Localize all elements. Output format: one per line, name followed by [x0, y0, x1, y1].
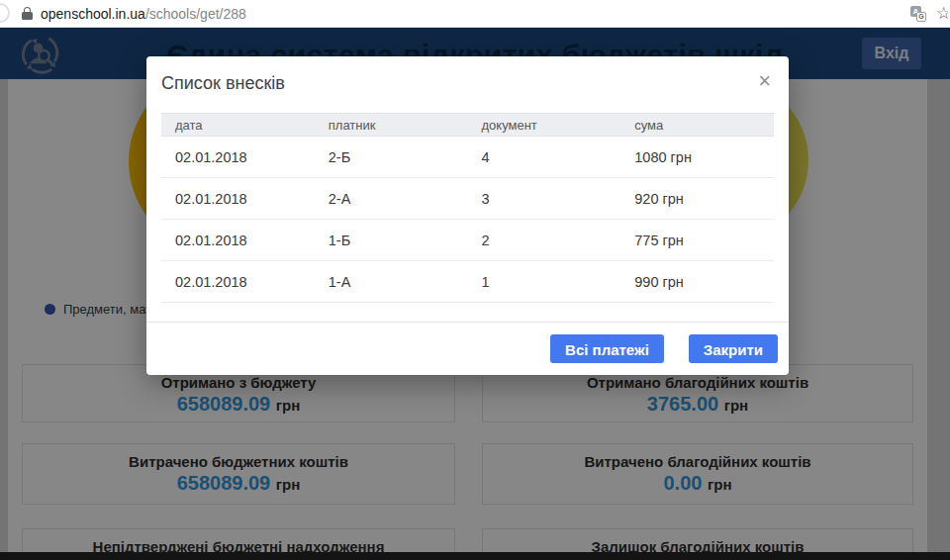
table-cell: 3 — [468, 178, 621, 220]
table-cell: 1080 грн — [620, 137, 774, 178]
table-column-header: платник — [315, 114, 468, 137]
table-row: 02.01.20182-Б41080 грн — [161, 137, 774, 178]
browser-address-bar[interactable]: openschool.in.ua/schools/get/288 AG ☆ — [0, 0, 950, 28]
lock-icon[interactable] — [22, 7, 33, 20]
table-column-header: документ — [468, 114, 621, 137]
taskbar-edge — [0, 552, 950, 560]
contributions-modal: Список внесків × датаплатникдокументсума… — [146, 56, 789, 375]
table-cell: 02.01.2018 — [161, 220, 315, 261]
table-cell: 775 грн — [620, 220, 774, 261]
modal-close-button[interactable]: Закрити — [689, 334, 778, 363]
modal-title: Список внесків — [146, 56, 789, 94]
contributions-table: датаплатникдокументсума 02.01.20182-Б410… — [161, 113, 774, 303]
table-header-row: датаплатникдокументсума — [161, 114, 774, 137]
browser-action-icons: AG ☆ — [910, 0, 948, 28]
table-cell: 02.01.2018 — [161, 261, 315, 303]
url-domain: openschool.in.ua — [41, 6, 145, 22]
table-cell: 990 грн — [620, 261, 774, 303]
star-icon[interactable]: ☆ — [936, 0, 948, 28]
table-cell: 4 — [468, 137, 621, 178]
modal-footer: Всі платежі Закрити — [146, 322, 789, 375]
url-text[interactable]: openschool.in.ua/schools/get/288 — [41, 6, 246, 22]
table-cell: 02.01.2018 — [161, 137, 315, 178]
table-cell: 1-А — [315, 261, 468, 303]
table-row: 02.01.20181-А1990 грн — [161, 261, 774, 303]
table-cell: 02.01.2018 — [161, 178, 315, 220]
table-column-header: сума — [620, 114, 774, 137]
table-cell: 2-Б — [315, 137, 468, 178]
contributions-table-body: 02.01.20182-Б41080 грн02.01.20182-А3920 … — [161, 137, 774, 303]
url-path: /schools/get/288 — [145, 6, 246, 22]
table-cell: 1-Б — [315, 220, 468, 261]
close-icon[interactable]: × — [754, 66, 775, 96]
table-cell: 920 грн — [620, 178, 774, 220]
table-cell: 1 — [468, 261, 621, 303]
table-column-header: дата — [161, 114, 315, 137]
table-row: 02.01.20181-Б2775 грн — [161, 220, 774, 261]
translate-icon[interactable]: AG — [910, 6, 926, 22]
table-cell: 2 — [468, 220, 621, 261]
tab-corner-decoration — [0, 3, 10, 23]
table-cell: 2-А — [315, 178, 468, 220]
table-row: 02.01.20182-А3920 грн — [161, 178, 774, 220]
all-payments-button[interactable]: Всі платежі — [550, 334, 664, 363]
